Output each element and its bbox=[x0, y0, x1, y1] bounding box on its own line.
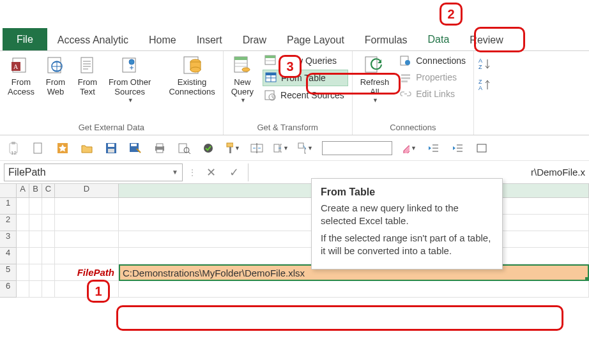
from-web-button[interactable]: From Web bbox=[41, 53, 70, 98]
print-preview-icon[interactable] bbox=[176, 140, 192, 156]
tab-access-analytic[interactable]: Access Analytic bbox=[47, 28, 139, 50]
from-text-label: From Text bbox=[78, 78, 97, 97]
from-other-label: From Other Sources bbox=[109, 78, 151, 97]
svg-rect-5 bbox=[81, 57, 93, 73]
svg-text:A: A bbox=[13, 63, 19, 70]
tab-page-layout[interactable]: Page Layout bbox=[277, 28, 355, 50]
svg-rect-62 bbox=[298, 143, 303, 148]
new-query-button[interactable]: New Query ▼ bbox=[227, 53, 257, 105]
existing-connections-icon bbox=[181, 54, 203, 76]
tab-home[interactable]: Home bbox=[139, 28, 187, 50]
spellcheck-icon[interactable] bbox=[201, 140, 216, 156]
svg-point-55 bbox=[204, 144, 213, 153]
row-4[interactable]: 4 bbox=[0, 248, 17, 264]
name-box-value: FilePath bbox=[8, 167, 46, 178]
save-as-icon[interactable] bbox=[128, 140, 143, 156]
tab-formulas[interactable]: Formulas bbox=[355, 28, 418, 50]
svg-rect-51 bbox=[157, 144, 163, 147]
chevron-down-icon[interactable]: ▼ bbox=[172, 169, 178, 176]
group-get-external: A From Access From Web From Text bbox=[0, 51, 224, 135]
from-text-button[interactable]: From Text bbox=[73, 53, 102, 98]
edit-links-icon bbox=[399, 87, 412, 100]
chevron-down-icon: ▼ bbox=[372, 97, 378, 103]
svg-text:Z: Z bbox=[478, 64, 482, 70]
row-5[interactable]: 5 bbox=[0, 264, 17, 281]
sort-az-icon[interactable]: AZ bbox=[478, 57, 492, 73]
center-across-icon[interactable] bbox=[249, 140, 264, 156]
svg-rect-52 bbox=[157, 149, 163, 153]
ribbon-tabs: File Access Analytic Home Insert Draw Pa… bbox=[0, 0, 589, 51]
tab-file[interactable]: File bbox=[3, 28, 47, 50]
group-get-transform: New Query ▼ Show Queries From Table bbox=[224, 51, 353, 135]
show-queries-button[interactable]: Show Queries bbox=[263, 53, 348, 68]
from-other-button[interactable]: From Other Sources ▼ bbox=[105, 53, 155, 105]
col-B[interactable]: B bbox=[29, 184, 42, 198]
tab-draw[interactable]: Draw bbox=[233, 28, 277, 50]
row-3[interactable]: 3 bbox=[0, 231, 17, 248]
svg-point-11 bbox=[129, 59, 134, 64]
svg-point-32 bbox=[405, 60, 410, 65]
svg-rect-70 bbox=[477, 144, 486, 152]
properties-label: Properties bbox=[416, 72, 457, 82]
svg-rect-46 bbox=[108, 144, 114, 147]
chevron-down-icon: ▼ bbox=[128, 97, 134, 103]
open-icon[interactable] bbox=[79, 140, 95, 156]
quick-access-toolbar: 12 ▼ ▼ ▼ ▼ bbox=[0, 135, 589, 161]
quick-print-icon[interactable] bbox=[152, 140, 167, 156]
svg-rect-41 bbox=[11, 142, 15, 144]
tab-data[interactable]: Data bbox=[418, 28, 460, 50]
group-cells-icon[interactable]: ▼ bbox=[298, 140, 313, 156]
tab-insert[interactable]: Insert bbox=[187, 28, 233, 50]
web-icon bbox=[45, 54, 66, 76]
col-A[interactable]: A bbox=[17, 184, 29, 198]
new-query-icon bbox=[231, 54, 253, 76]
recent-sources-icon bbox=[264, 89, 277, 102]
connections-icon bbox=[399, 54, 412, 67]
group-label-transform: Get & Transform bbox=[257, 121, 317, 133]
tooltip-text-1: Create a new query linked to the selecte… bbox=[321, 202, 493, 228]
from-table-button[interactable]: From Table bbox=[263, 70, 348, 86]
annotation-filepath-cell bbox=[116, 305, 563, 331]
existing-connections-button[interactable]: Existing Connections bbox=[165, 53, 218, 98]
from-access-button[interactable]: A From Access bbox=[4, 53, 38, 98]
edit-links-button[interactable]: Edit Links bbox=[398, 86, 470, 102]
show-queries-label: Show Queries bbox=[280, 56, 337, 66]
col-D[interactable]: D bbox=[55, 184, 119, 198]
row-1[interactable]: 1 bbox=[0, 198, 17, 215]
connections-button[interactable]: Connections bbox=[398, 53, 470, 68]
ribbon-body: A From Access From Web From Text bbox=[0, 51, 589, 135]
decrease-indent-icon[interactable] bbox=[425, 140, 441, 156]
name-box[interactable]: FilePath ▼ bbox=[4, 163, 183, 181]
increase-indent-icon[interactable] bbox=[450, 140, 465, 156]
col-C[interactable]: C bbox=[42, 184, 55, 198]
accept-formula-button[interactable]: ✓ bbox=[225, 165, 243, 179]
text-icon bbox=[77, 54, 98, 76]
borders-icon[interactable] bbox=[474, 140, 489, 156]
select-all-corner[interactable] bbox=[0, 184, 17, 198]
refresh-all-label: Refresh All bbox=[360, 78, 390, 97]
eraser-icon[interactable]: ▼ bbox=[401, 140, 417, 156]
refresh-all-button[interactable]: Refresh All ▼ bbox=[356, 53, 394, 105]
sort-za-icon[interactable]: ZA bbox=[478, 78, 492, 94]
svg-rect-53 bbox=[179, 144, 187, 153]
tab-review[interactable]: Review bbox=[459, 28, 513, 50]
format-painter-icon[interactable]: ▼ bbox=[225, 140, 240, 156]
new-file-icon[interactable] bbox=[31, 140, 46, 156]
from-access-label: From Access bbox=[8, 78, 34, 97]
qat-search-input[interactable] bbox=[322, 141, 392, 155]
other-sources-icon bbox=[119, 54, 141, 76]
svg-text:A: A bbox=[478, 85, 482, 91]
favorite-icon[interactable] bbox=[55, 140, 70, 156]
svg-point-15 bbox=[190, 67, 201, 72]
save-icon[interactable] bbox=[103, 140, 119, 156]
recent-sources-button[interactable]: Recent Sources bbox=[263, 87, 348, 103]
row-6[interactable]: 6 bbox=[0, 281, 17, 298]
cancel-formula-button[interactable]: ✕ bbox=[202, 165, 220, 179]
properties-button[interactable]: Properties bbox=[398, 70, 470, 85]
cell-D5-label[interactable]: FilePath bbox=[55, 264, 119, 281]
svg-text:12: 12 bbox=[11, 150, 17, 155]
merge-icon[interactable]: ▼ bbox=[273, 140, 289, 156]
row-2[interactable]: 2 bbox=[0, 215, 17, 231]
svg-point-20 bbox=[242, 68, 250, 72]
clipboard-icon[interactable]: 12 bbox=[6, 140, 22, 156]
